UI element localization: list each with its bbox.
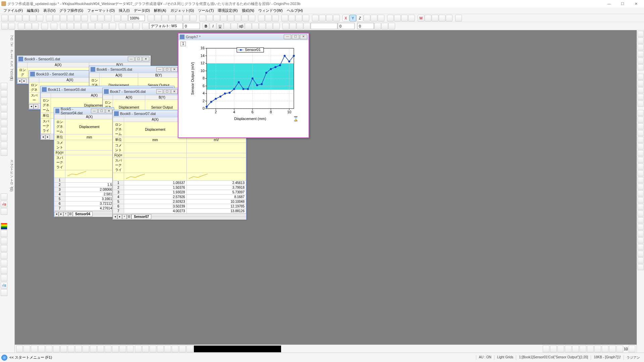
tbr12[interactable] <box>629 346 635 352</box>
tbr8[interactable] <box>594 346 601 352</box>
maximize-icon[interactable]: ☐ <box>98 109 105 113</box>
bracket-tool[interactable] <box>1 289 7 296</box>
tbr1[interactable] <box>543 346 549 352</box>
save-template-button[interactable] <box>98 15 104 21</box>
tbr11[interactable] <box>616 346 623 352</box>
sheet-tabs[interactable]: ◂▸+⊟Sensor07 <box>113 214 246 220</box>
tb-f[interactable] <box>172 346 178 352</box>
prob-button[interactable] <box>127 346 133 352</box>
m2-button[interactable] <box>425 15 431 21</box>
width2-combo[interactable]: 0 <box>357 23 374 29</box>
menu-connect[interactable]: 接続(N) <box>240 7 256 14</box>
pattern-button[interactable] <box>374 23 381 29</box>
al15[interactable] <box>638 204 644 210</box>
batch-button[interactable] <box>74 15 81 21</box>
area-button[interactable] <box>303 15 309 21</box>
dec-button[interactable] <box>252 23 259 29</box>
workbook-titlebar[interactable]: Book5 - Sensor04.dat—☐✕ <box>54 108 114 114</box>
font-combo[interactable]: デフォルト: MS <box>149 23 183 29</box>
menu-view[interactable]: 表示(V) <box>41 7 58 14</box>
graph-window[interactable]: Graph7 *—☐✕12468100246810121416Sensor01D… <box>178 33 309 138</box>
image-button[interactable] <box>97 346 104 352</box>
tbr6[interactable] <box>580 346 586 352</box>
stat-button[interactable] <box>105 346 111 352</box>
reimport-button[interactable] <box>81 15 88 21</box>
swap3-button[interactable] <box>446 15 452 21</box>
al12[interactable] <box>638 184 644 190</box>
prev-button[interactable] <box>394 15 401 21</box>
sup-button[interactable] <box>224 23 230 29</box>
al20[interactable] <box>638 237 644 243</box>
close-icon[interactable]: ✕ <box>171 67 178 72</box>
formula2-tool[interactable]: √α <box>1 282 7 289</box>
label-button[interactable] <box>371 15 377 21</box>
arrange-button[interactable] <box>227 15 234 21</box>
layout3[interactable] <box>638 87 644 93</box>
color3-button[interactable] <box>1 238 7 244</box>
bk6-button[interactable] <box>95 23 102 29</box>
bk3-button[interactable] <box>74 23 81 29</box>
color7-button[interactable] <box>1 267 7 274</box>
recalc-button[interactable] <box>121 15 128 21</box>
merge-button[interactable] <box>206 15 213 21</box>
bk2-button[interactable] <box>67 23 74 29</box>
first-button[interactable] <box>387 15 394 21</box>
tbr4[interactable] <box>565 346 572 352</box>
al13[interactable] <box>638 190 644 196</box>
scatter-plot-button[interactable] <box>23 346 30 352</box>
new-folder-button[interactable] <box>8 15 15 21</box>
tb-d[interactable] <box>157 346 164 352</box>
swap-button[interactable] <box>432 15 438 21</box>
next-button[interactable] <box>401 15 408 21</box>
workbook-window[interactable]: Book5 - Sensor04.dat—☐✕A(X)ロングネームDisplac… <box>54 107 114 217</box>
region-tool[interactable] <box>1 149 7 156</box>
al16[interactable] <box>638 210 644 217</box>
filter-button[interactable] <box>312 15 319 21</box>
maximize-icon[interactable]: ☐ <box>164 67 170 72</box>
circle-button[interactable] <box>304 23 310 29</box>
extract-button[interactable] <box>213 15 220 21</box>
plot-setup-button[interactable] <box>169 15 175 21</box>
menu-window[interactable]: ウィンドウ(W) <box>256 7 285 14</box>
commandline[interactable] <box>194 346 281 352</box>
stats-button[interactable] <box>258 15 265 21</box>
layout4[interactable] <box>638 94 644 100</box>
area-plot-button[interactable] <box>60 346 67 352</box>
bold-button[interactable]: B <box>203 23 209 29</box>
import-button[interactable] <box>37 15 43 21</box>
text2-tool[interactable] <box>1 127 7 134</box>
menu-help[interactable]: ヘルプ(H) <box>285 7 305 14</box>
print-button[interactable] <box>91 15 97 21</box>
maximize-icon[interactable]: ☐ <box>135 57 142 61</box>
menu-prefs[interactable]: 環境設定(R) <box>216 7 239 14</box>
rowheight-combo[interactable]: 10 <box>624 347 628 351</box>
color8-button[interactable] <box>1 275 7 281</box>
help-globe-button[interactable] <box>455 15 462 21</box>
al24[interactable] <box>638 264 644 270</box>
layout1[interactable] <box>638 74 644 80</box>
worksheet-grid[interactable]: A(X)ロングネームDisplacement単位mmコメントF(x)=スパークラ… <box>54 114 114 211</box>
al6[interactable] <box>638 143 644 149</box>
reader-tool[interactable] <box>1 98 7 104</box>
menu-edit[interactable]: 編集(E) <box>25 7 41 14</box>
add-layer-button[interactable] <box>199 15 206 21</box>
obj4-button[interactable] <box>638 51 644 57</box>
undo-button[interactable] <box>1 23 8 29</box>
tb-a[interactable] <box>135 346 142 352</box>
obj6-button[interactable] <box>638 64 644 70</box>
import-ascii-button[interactable] <box>53 15 60 21</box>
sort-button[interactable] <box>319 15 326 21</box>
grid-button[interactable] <box>388 23 395 29</box>
fontcolor-button[interactable] <box>273 23 280 29</box>
legend-button[interactable] <box>190 15 197 21</box>
color4-button[interactable] <box>1 245 7 252</box>
al17[interactable] <box>638 217 644 223</box>
tbr10[interactable] <box>609 346 616 352</box>
z-button[interactable]: Z <box>357 15 363 21</box>
menu-file[interactable]: ファイル(F) <box>1 7 25 14</box>
dup-button[interactable] <box>41 23 48 29</box>
width-combo[interactable]: 0 <box>338 23 355 29</box>
print-preview-button[interactable] <box>148 15 154 21</box>
zoom-combo[interactable]: 100% <box>128 15 145 21</box>
tb-h[interactable] <box>186 346 193 352</box>
